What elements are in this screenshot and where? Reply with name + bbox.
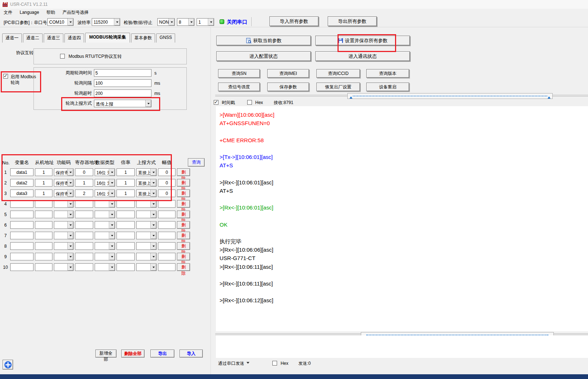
row-8-reg-input[interactable] — [75, 242, 93, 250]
set-save-all-params-button[interactable]: 设置并保存所有参数 — [315, 36, 410, 45]
row-7-reg-input[interactable] — [75, 232, 93, 239]
chevron-down-icon[interactable] — [150, 179, 156, 186]
row-7-type-select[interactable] — [95, 232, 115, 239]
trackbar-marker-icon[interactable] — [548, 95, 550, 99]
row-6-reg-input[interactable] — [75, 221, 93, 229]
chevron-down-icon[interactable] — [67, 243, 73, 250]
row-3-rate-input[interactable] — [117, 190, 135, 197]
row-2-slave-input[interactable] — [35, 179, 52, 187]
row-4-func-select[interactable] — [54, 200, 74, 208]
query-sn-button[interactable]: 查询SN — [218, 69, 260, 78]
row-1-func-select[interactable]: 保持寄存器 — [54, 168, 74, 176]
row-10-reg-input[interactable] — [75, 263, 93, 271]
import-all-params-button[interactable]: 导入所有参数 — [269, 16, 319, 26]
chevron-down-icon[interactable] — [67, 222, 73, 228]
recv-hex-checkbox[interactable] — [247, 100, 252, 105]
row-3-reg-input[interactable] — [75, 190, 93, 197]
close-port-button[interactable]: 关闭串口 — [227, 19, 247, 25]
poll-interval-input[interactable] — [94, 79, 151, 87]
row-10-name-input[interactable] — [10, 263, 33, 271]
chevron-down-icon[interactable] — [150, 232, 156, 239]
add-row-button[interactable] — [3, 360, 13, 370]
row-7-func-select[interactable] — [54, 232, 74, 239]
row-3-report-select[interactable]: 直接上报 — [136, 190, 157, 197]
modbus-rtu-tcp-checkbox[interactable] — [60, 54, 65, 59]
factory-reset-button[interactable]: 恢复出厂设置 — [316, 83, 360, 91]
tab-channel-4[interactable]: 通道四 — [64, 33, 84, 43]
chevron-down-icon[interactable] — [150, 190, 156, 197]
timestamp-checkbox[interactable] — [214, 100, 218, 105]
row-4-delete-button[interactable]: 删除 — [177, 200, 190, 208]
row-5-delete-button[interactable]: 删除 — [177, 211, 190, 218]
chevron-down-icon[interactable] — [169, 19, 174, 25]
row-10-amp-input[interactable] — [158, 263, 175, 271]
row-5-amp-input[interactable] — [158, 211, 175, 218]
chevron-down-icon[interactable] — [150, 211, 156, 218]
row-1-name-input[interactable] — [10, 168, 33, 176]
row-2-amp-input[interactable] — [158, 179, 175, 187]
device-restart-button[interactable]: 设备重启 — [366, 83, 409, 91]
chevron-down-icon[interactable] — [67, 253, 73, 260]
row-4-slave-input[interactable] — [35, 200, 52, 208]
row-10-report-select[interactable] — [136, 263, 157, 271]
export-button[interactable]: 导出 — [150, 350, 174, 358]
row-9-reg-input[interactable] — [75, 253, 93, 260]
chevron-down-icon[interactable] — [67, 200, 73, 207]
parity-select[interactable]: NONI — [157, 18, 175, 26]
row-2-report-select[interactable]: 直接上报 — [136, 179, 157, 187]
row-4-name-input[interactable] — [10, 200, 33, 208]
enter-config-mode-button[interactable]: 进入配置状态 — [216, 51, 311, 61]
row-8-rate-input[interactable] — [117, 242, 135, 250]
row-8-delete-button[interactable]: 删除 — [177, 242, 190, 250]
chevron-down-icon[interactable] — [109, 264, 115, 271]
chevron-down-icon[interactable] — [188, 19, 194, 25]
row-9-name-input[interactable] — [10, 253, 33, 260]
row-9-delete-button[interactable]: 删除 — [177, 253, 190, 260]
row-1-rate-input[interactable] — [117, 168, 135, 176]
row-2-rate-input[interactable] — [117, 179, 135, 187]
chevron-down-icon[interactable] — [67, 190, 73, 197]
row-4-report-select[interactable] — [136, 200, 157, 208]
row-7-slave-input[interactable] — [35, 232, 52, 239]
row-3-func-select[interactable]: 保持寄存器 — [54, 190, 74, 197]
row-10-type-select[interactable] — [95, 263, 115, 271]
send-hex-checkbox[interactable] — [272, 361, 277, 366]
row-3-amp-input[interactable] — [158, 190, 175, 197]
chevron-down-icon[interactable] — [109, 179, 115, 186]
row-1-type-select[interactable]: 16位 无符号 — [95, 168, 115, 176]
row-8-type-select[interactable] — [95, 242, 115, 250]
chevron-down-icon[interactable] — [109, 169, 115, 176]
chevron-down-icon[interactable] — [150, 200, 156, 207]
row-7-rate-input[interactable] — [117, 232, 135, 239]
row-5-rate-input[interactable] — [117, 211, 135, 218]
row-9-amp-input[interactable] — [158, 253, 175, 260]
row-5-func-select[interactable] — [54, 211, 74, 218]
row-9-report-select[interactable] — [136, 253, 157, 260]
chevron-down-icon[interactable] — [150, 243, 156, 250]
row-6-func-select[interactable] — [54, 221, 74, 229]
tab-gnss[interactable]: GNSS — [156, 33, 175, 43]
row-8-name-input[interactable] — [10, 242, 33, 250]
send-input-area[interactable] — [216, 335, 588, 358]
menu-file[interactable]: 文件 — [0, 9, 16, 16]
row-2-name-input[interactable] — [10, 179, 33, 187]
row-7-name-input[interactable] — [10, 232, 33, 239]
tab-basic-params[interactable]: 基本参数 — [131, 33, 155, 43]
databits-select[interactable]: 8 — [177, 18, 194, 26]
row-5-slave-input[interactable] — [35, 211, 52, 218]
chevron-down-icon[interactable] — [67, 232, 73, 239]
row-1-report-select[interactable]: 直接上报 — [136, 168, 157, 176]
trackbar-marker-icon[interactable] — [350, 95, 352, 99]
menu-language[interactable]: Language — [16, 9, 43, 16]
row-9-rate-input[interactable] — [117, 253, 135, 260]
chevron-down-icon[interactable] — [109, 211, 115, 218]
chevron-down-icon[interactable] — [109, 190, 115, 197]
row-8-amp-input[interactable] — [158, 242, 175, 250]
row-1-amp-input[interactable] — [158, 168, 175, 176]
chevron-down-icon[interactable] — [150, 222, 156, 228]
log-trackbar[interactable] — [347, 93, 553, 99]
row-5-type-select[interactable] — [95, 211, 115, 218]
report-mode-select[interactable]: 透传上报 — [94, 100, 151, 107]
row-7-delete-button[interactable]: 删除 — [177, 232, 190, 239]
add-all-button[interactable]: 新增全部 — [95, 350, 117, 358]
